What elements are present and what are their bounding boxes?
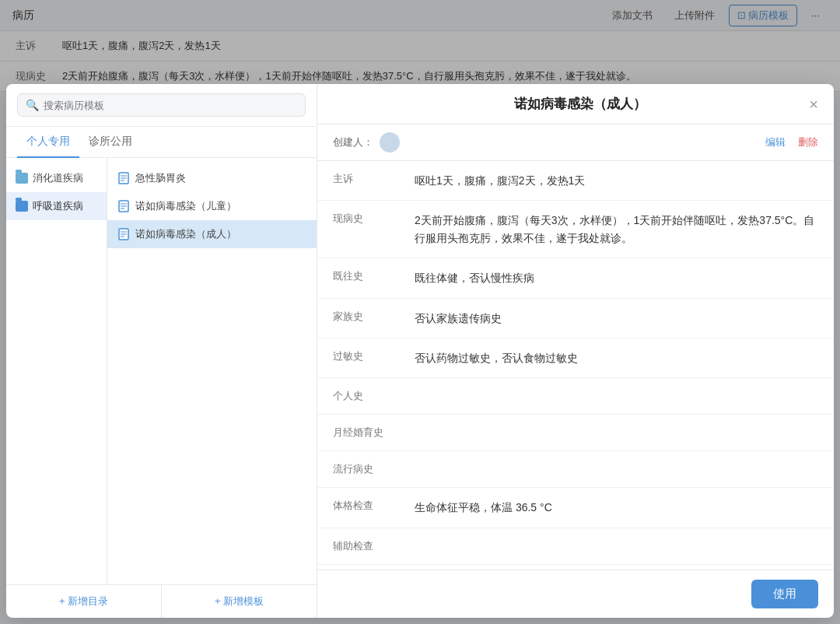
field-value: 2天前开始腹痛，腹泻（每天3次，水样便），1天前开始伴随呕吐，发热37.5°C。… — [399, 201, 834, 258]
tab-personal[interactable]: 个人专用 — [17, 127, 79, 158]
table-row: 辅助检查 — [317, 528, 834, 564]
field-value — [399, 415, 834, 451]
doc-icon-3 — [118, 228, 129, 240]
field-label: 体格检查 — [317, 488, 399, 528]
table-row: 家族史 否认家族遗传病史 — [317, 298, 834, 338]
category-item-respiratory[interactable]: 呼吸道疾病 — [6, 192, 107, 220]
search-bar: 🔍 — [6, 84, 317, 127]
tab-clinic[interactable]: 诊所公用 — [79, 127, 142, 158]
tabs-row: 个人专用 诊所公用 — [6, 127, 317, 158]
field-value — [399, 451, 834, 488]
edit-button[interactable]: 编辑 — [765, 135, 786, 149]
table-row: 月经婚育史 — [317, 415, 834, 451]
creator-row: 创建人： 编辑 删除 — [317, 124, 834, 161]
doc-icon-2 — [118, 200, 129, 212]
template-list: 急性肠胃炎 诺如病毒感染（儿童） 诺如病毒感染（成人） — [107, 158, 317, 584]
category-label-digestion: 消化道疾病 — [33, 171, 83, 185]
left-footer: + 新增目录 + 新增模板 — [6, 584, 317, 618]
field-value: 呕吐1天，腹痛，腹泻2天，发热1天 — [399, 161, 834, 201]
folder-icon-active — [16, 201, 28, 212]
table-row: 既往史 既往体健，否认慢性疾病 — [317, 258, 834, 298]
doc-icon-1 — [118, 172, 129, 184]
folder-icon — [16, 173, 28, 184]
field-value: 生命体征平稳，体温 36.5 °C — [399, 488, 834, 528]
field-value — [399, 528, 834, 564]
field-label: 月经婚育史 — [317, 415, 399, 451]
right-header: 诺如病毒感染（成人） × — [317, 84, 834, 124]
detail-title: 诺如病毒感染（成人） — [352, 95, 809, 113]
field-label: 辅助检查 — [317, 528, 399, 564]
delete-button[interactable]: 删除 — [798, 135, 818, 149]
field-label: 流行病史 — [317, 451, 399, 488]
modal-body: 🔍 个人专用 诊所公用 消化道疾病 — [6, 84, 834, 618]
field-label: 诊断 — [317, 564, 399, 570]
template-item-norovirus-adult[interactable]: 诺如病毒感染（成人） — [107, 220, 317, 248]
category-list: 消化道疾病 呼吸道疾病 — [6, 158, 107, 584]
table-row: 流行病史 — [317, 451, 834, 488]
template-content: 主诉 呕吐1天，腹痛，腹泻2天，发热1天 现病史 2天前开始腹痛，腹泻（每天3次… — [317, 161, 834, 570]
field-value: 既往体健，否认慢性疾病 — [399, 258, 834, 298]
field-label: 过敏史 — [317, 338, 399, 377]
template-item-norovirus-child[interactable]: 诺如病毒感染（儿童） — [107, 192, 317, 220]
table-row: 体格检查 生命体征平稳，体温 36.5 °C — [317, 488, 834, 528]
content-table: 主诉 呕吐1天，腹痛，腹泻2天，发热1天 现病史 2天前开始腹痛，腹泻（每天3次… — [317, 161, 834, 570]
table-row: 个人史 — [317, 378, 834, 415]
field-label: 个人史 — [317, 378, 399, 415]
template-modal: 🔍 个人专用 诊所公用 消化道疾病 — [6, 84, 834, 618]
use-button[interactable]: 使用 — [751, 580, 818, 608]
category-item-digestion[interactable]: 消化道疾病 — [6, 164, 107, 192]
template-item-gastroenteritis[interactable]: 急性肠胃炎 — [107, 164, 317, 192]
right-footer: 使用 — [317, 570, 834, 618]
category-label-respiratory: 呼吸道疾病 — [33, 199, 83, 213]
search-input[interactable] — [44, 100, 297, 111]
add-category-button[interactable]: + 新增目录 — [6, 585, 162, 618]
table-row: 现病史 2天前开始腹痛，腹泻（每天3次，水样便），1天前开始伴随呕吐，发热37.… — [317, 201, 834, 258]
field-label: 既往史 — [317, 258, 399, 298]
right-panel: 诺如病毒感染（成人） × 创建人： 编辑 删除 主诉 呕吐1天，腹痛，腹泻2天，… — [317, 84, 834, 618]
field-value: 诺如病毒性肠炎 — [399, 564, 834, 570]
table-row: 主诉 呕吐1天，腹痛，腹泻2天，发热1天 — [317, 161, 834, 201]
creator-label: 创建人： — [333, 135, 373, 149]
template-label-2: 诺如病毒感染（儿童） — [135, 199, 236, 213]
search-input-wrap[interactable]: 🔍 — [17, 93, 306, 117]
creator-avatar — [380, 132, 400, 152]
field-value: 否认家族遗传病史 — [399, 298, 834, 338]
field-label: 家族史 — [317, 298, 399, 338]
field-label: 现病史 — [317, 201, 399, 258]
search-icon: 🔍 — [26, 99, 39, 111]
field-label: 主诉 — [317, 161, 399, 201]
creator-actions: 编辑 删除 — [765, 135, 818, 149]
close-button[interactable]: × — [809, 96, 818, 112]
table-row: 诊断 诺如病毒性肠炎 — [317, 564, 834, 570]
field-value — [399, 378, 834, 415]
field-value: 否认药物过敏史，否认食物过敏史 — [399, 338, 834, 377]
left-content: 消化道疾病 呼吸道疾病 急性肠胃炎 — [6, 158, 317, 584]
left-panel: 🔍 个人专用 诊所公用 消化道疾病 — [6, 84, 317, 618]
template-label-3: 诺如病毒感染（成人） — [135, 227, 236, 241]
table-row: 过敏史 否认药物过敏史，否认食物过敏史 — [317, 338, 834, 377]
template-label-1: 急性肠胃炎 — [135, 171, 186, 185]
add-template-button[interactable]: + 新增模板 — [162, 585, 317, 618]
